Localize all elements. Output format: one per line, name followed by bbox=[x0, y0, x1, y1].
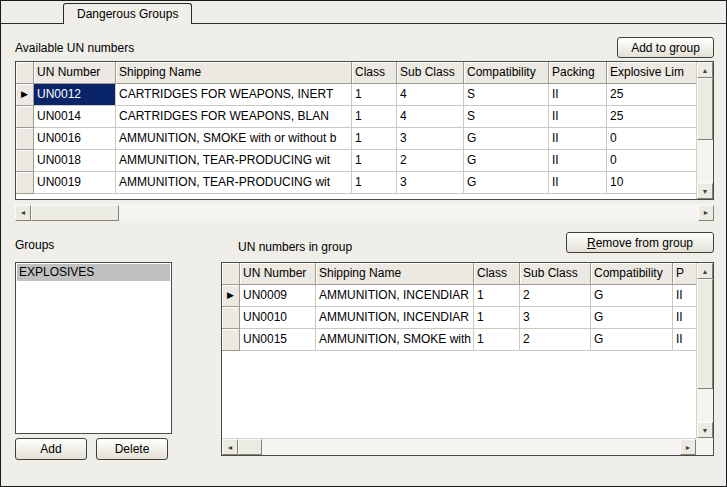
cell-class[interactable]: 1 bbox=[474, 329, 520, 351]
remove-from-group-button[interactable]: Remove from group bbox=[566, 232, 714, 253]
cell-shipping-name[interactable]: AMMUNITION, SMOKE with or without b bbox=[116, 128, 352, 150]
column-header-class[interactable]: Class bbox=[474, 263, 520, 285]
cell-shipping-name[interactable]: AMMUNITION, TEAR-PRODUCING wit bbox=[116, 150, 352, 172]
cell-sub-class[interactable]: 4 bbox=[397, 84, 464, 106]
column-header-class[interactable]: Class bbox=[352, 62, 397, 84]
cell-class[interactable]: 1 bbox=[474, 307, 520, 329]
row-indicator-icon: ▶ bbox=[21, 90, 28, 99]
cell-shipping-name[interactable]: CARTRIDGES FOR WEAPONS, INERT bbox=[116, 84, 352, 106]
cell-un-number[interactable]: UN0015 bbox=[240, 329, 316, 351]
cell-shipping-name[interactable]: AMMUNITION, TEAR-PRODUCING wit bbox=[116, 172, 352, 194]
scroll-up-button[interactable]: ▲ bbox=[697, 263, 713, 279]
add-to-group-button[interactable]: Add to group bbox=[617, 37, 714, 58]
cell-explosive-limit[interactable]: 25 bbox=[607, 106, 696, 128]
cell-compatibility[interactable]: G bbox=[464, 150, 549, 172]
down-arrow-icon: ▼ bbox=[702, 188, 709, 195]
cell-packing[interactable]: II bbox=[549, 172, 607, 194]
cell-un-number[interactable]: UN0016 bbox=[34, 128, 116, 150]
cell-sub-class[interactable]: 4 bbox=[397, 106, 464, 128]
cell-class[interactable]: 1 bbox=[352, 106, 397, 128]
cell-un-number[interactable]: UN0018 bbox=[34, 150, 116, 172]
cell-un-number[interactable]: UN0014 bbox=[34, 106, 116, 128]
cell-explosive-limit[interactable]: 0 bbox=[607, 150, 696, 172]
cell-explosive-limit[interactable]: 10 bbox=[607, 172, 696, 194]
cell-packing[interactable]: II bbox=[549, 106, 607, 128]
column-header-packing[interactable]: Packing bbox=[549, 62, 607, 84]
cell-sub-class[interactable]: 2 bbox=[520, 329, 591, 351]
table-row: UN0015 AMMUNITION, SMOKE with 1 2 G II bbox=[222, 329, 696, 351]
column-header-packing[interactable]: P bbox=[673, 263, 696, 285]
cell-packing[interactable]: II bbox=[673, 285, 696, 307]
column-header-shipping-name[interactable]: Shipping Name bbox=[316, 263, 474, 285]
cell-class[interactable]: 1 bbox=[352, 150, 397, 172]
scroll-up-button[interactable]: ▲ bbox=[697, 62, 713, 78]
cell-packing[interactable]: II bbox=[549, 84, 607, 106]
scroll-down-button[interactable]: ▼ bbox=[697, 183, 713, 199]
groups-listbox[interactable]: EXPLOSIVES bbox=[15, 262, 172, 434]
remove-button-accelerator: R bbox=[587, 236, 596, 250]
cell-sub-class[interactable]: 3 bbox=[397, 172, 464, 194]
add-group-button[interactable]: Add bbox=[15, 438, 87, 460]
scrollbar-thumb[interactable] bbox=[31, 205, 119, 221]
column-header-sub-class[interactable]: Sub Class bbox=[397, 62, 464, 84]
scroll-right-button[interactable]: ► bbox=[680, 439, 696, 455]
cell-class[interactable]: 1 bbox=[352, 84, 397, 106]
vertical-scrollbar[interactable]: ▲ ▼ bbox=[696, 263, 713, 438]
cell-un-number[interactable]: UN0012 bbox=[34, 84, 116, 106]
scrollbar-thumb[interactable] bbox=[238, 439, 262, 455]
column-header-sub-class[interactable]: Sub Class bbox=[520, 263, 591, 285]
cell-packing[interactable]: II bbox=[549, 128, 607, 150]
tab-dangerous-groups[interactable]: Dangerous Groups bbox=[63, 3, 192, 24]
column-header-un-number[interactable]: UN Number bbox=[34, 62, 116, 84]
delete-group-button[interactable]: Delete bbox=[96, 438, 168, 460]
cell-packing[interactable]: II bbox=[673, 307, 696, 329]
scrollbar-thumb[interactable] bbox=[697, 279, 713, 389]
scroll-right-button[interactable]: ► bbox=[698, 205, 714, 221]
column-header-shipping-name[interactable]: Shipping Name bbox=[116, 62, 352, 84]
cell-un-number[interactable]: UN0009 bbox=[240, 285, 316, 307]
cell-compatibility[interactable]: S bbox=[464, 106, 549, 128]
cell-compatibility[interactable]: G bbox=[591, 329, 673, 351]
cell-sub-class[interactable]: 2 bbox=[520, 285, 591, 307]
remove-button-label: emove from group bbox=[596, 236, 693, 250]
cell-compatibility[interactable]: S bbox=[464, 84, 549, 106]
scroll-left-button[interactable]: ◄ bbox=[222, 439, 238, 455]
cell-sub-class[interactable]: 3 bbox=[397, 128, 464, 150]
horizontal-scrollbar[interactable]: ◄ ► bbox=[15, 204, 714, 221]
cell-class[interactable]: 1 bbox=[352, 128, 397, 150]
column-header-compatibility[interactable]: Compatibility bbox=[464, 62, 549, 84]
cell-sub-class[interactable]: 2 bbox=[397, 150, 464, 172]
group-un-grid-body: UN Number Shipping Name Class Sub Class … bbox=[222, 263, 696, 351]
header-row: UN Number Shipping Name Class Sub Class … bbox=[222, 263, 696, 285]
delete-group-button-label: Delete bbox=[115, 442, 150, 456]
right-arrow-icon: ► bbox=[703, 209, 710, 216]
vertical-scrollbar[interactable]: ▲ ▼ bbox=[696, 62, 713, 199]
cell-packing[interactable]: II bbox=[673, 329, 696, 351]
cell-compatibility[interactable]: G bbox=[464, 128, 549, 150]
column-header-compatibility[interactable]: Compatibility bbox=[591, 263, 673, 285]
cell-packing[interactable]: II bbox=[549, 150, 607, 172]
cell-shipping-name[interactable]: AMMUNITION, SMOKE with bbox=[316, 329, 474, 351]
cell-shipping-name[interactable]: AMMUNITION, INCENDIAR bbox=[316, 285, 474, 307]
cell-class[interactable]: 1 bbox=[474, 285, 520, 307]
column-header-un-number[interactable]: UN Number bbox=[240, 263, 316, 285]
cell-shipping-name[interactable]: CARTRIDGES FOR WEAPONS, BLAN bbox=[116, 106, 352, 128]
horizontal-scrollbar[interactable]: ◄ ► bbox=[222, 438, 696, 455]
cell-sub-class[interactable]: 3 bbox=[520, 307, 591, 329]
cell-un-number[interactable]: UN0010 bbox=[240, 307, 316, 329]
cell-compatibility[interactable]: G bbox=[591, 307, 673, 329]
scroll-down-button[interactable]: ▼ bbox=[697, 422, 713, 438]
scroll-left-button[interactable]: ◄ bbox=[15, 205, 31, 221]
cell-class[interactable]: 1 bbox=[352, 172, 397, 194]
cell-explosive-limit[interactable]: 25 bbox=[607, 84, 696, 106]
list-item-explosives[interactable]: EXPLOSIVES bbox=[17, 264, 170, 281]
cell-compatibility[interactable]: G bbox=[591, 285, 673, 307]
cell-compatibility[interactable]: G bbox=[464, 172, 549, 194]
column-header-explosive-limit[interactable]: Explosive Lim bbox=[607, 62, 696, 84]
cell-shipping-name[interactable]: AMMUNITION, INCENDIAR bbox=[316, 307, 474, 329]
cell-un-number[interactable]: UN0019 bbox=[34, 172, 116, 194]
header-row: UN Number Shipping Name Class Sub Class … bbox=[16, 62, 696, 84]
cell-explosive-limit[interactable]: 0 bbox=[607, 128, 696, 150]
up-arrow-icon: ▲ bbox=[702, 268, 709, 275]
scrollbar-thumb[interactable] bbox=[697, 78, 713, 140]
